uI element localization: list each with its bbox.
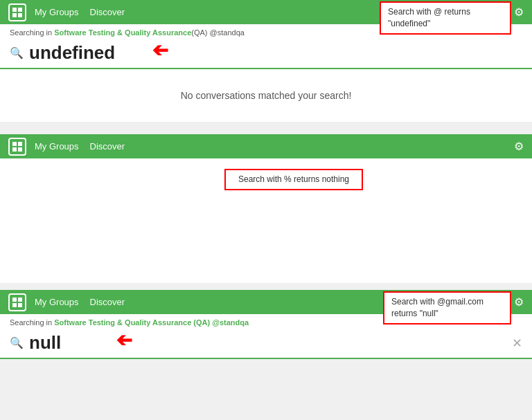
- svg-rect-7: [18, 147, 22, 152]
- nav-my-groups-3[interactable]: My Groups: [35, 297, 79, 307]
- grid-icon-1: [12, 7, 23, 18]
- search-icon-3: 🔍: [10, 336, 24, 349]
- svg-rect-5: [18, 142, 22, 146]
- search-value-1: undefined: [29, 42, 522, 64]
- svg-rect-4: [12, 142, 17, 146]
- search-bar-3[interactable]: 🔍 null ✕: [0, 328, 532, 359]
- gear-icon-1[interactable]: ⚙: [514, 6, 524, 19]
- section-2: Search with % returns nothing My Groups …: [0, 134, 532, 286]
- svg-rect-6: [12, 147, 17, 152]
- svg-rect-11: [18, 303, 22, 307]
- arrow-3: ➔: [116, 331, 132, 350]
- search-bar-1[interactable]: 🔍 undefined: [0, 38, 532, 69]
- nav-discover-1[interactable]: Discover: [90, 7, 125, 17]
- svg-rect-3: [18, 13, 22, 17]
- nav-discover-2[interactable]: Discover: [90, 141, 125, 152]
- app-logo-3[interactable]: [8, 293, 26, 311]
- callout-1: Search with @ returns "undefined": [380, 1, 511, 35]
- search-value-3: null: [29, 332, 512, 354]
- arrow-1: ➔: [152, 41, 168, 60]
- nav-discover-3[interactable]: Discover: [90, 297, 125, 307]
- app-logo-2[interactable]: [8, 138, 26, 156]
- no-results-1: No conversations matched your search!: [0, 69, 532, 122]
- svg-rect-1: [18, 8, 22, 12]
- svg-rect-8: [12, 298, 17, 302]
- app-logo-1[interactable]: [8, 3, 26, 21]
- callout-2: Search with % returns nothing: [224, 169, 363, 190]
- grid-icon-3: [12, 297, 23, 308]
- callout-3: Search with @gmail.com returns "null": [383, 291, 511, 325]
- clear-button-3[interactable]: ✕: [512, 336, 522, 351]
- search-icon-1: 🔍: [10, 46, 24, 60]
- svg-rect-0: [12, 8, 17, 12]
- nav-my-groups-2[interactable]: My Groups: [35, 141, 79, 152]
- panel-1: Searching in Software Testing & Quality …: [0, 24, 532, 122]
- svg-rect-10: [12, 303, 17, 307]
- navbar-2: My Groups Discover ⚙: [0, 134, 532, 158]
- svg-rect-2: [12, 13, 17, 17]
- gear-icon-2[interactable]: ⚙: [514, 140, 524, 153]
- nav-my-groups-1[interactable]: My Groups: [35, 7, 79, 17]
- section-3: Search with @gmail.com returns "null" My…: [0, 290, 532, 359]
- svg-rect-9: [18, 298, 22, 302]
- grid-icon-2: [12, 141, 23, 152]
- gear-icon-3[interactable]: ⚙: [514, 295, 524, 309]
- section-1: Search with @ returns "undefined" My Gro…: [0, 0, 532, 130]
